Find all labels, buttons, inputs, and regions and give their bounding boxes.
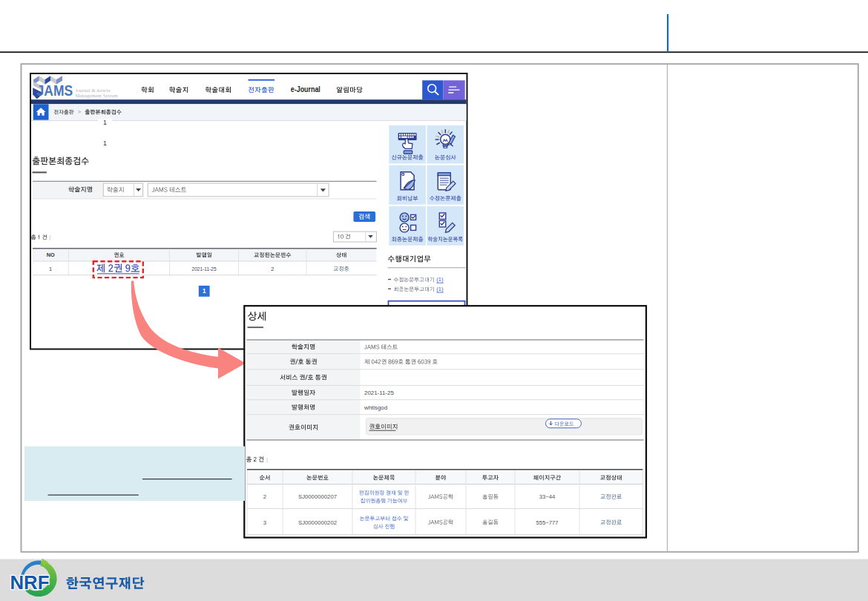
svg-text:1: 1	[103, 139, 107, 147]
svg-text:3: 3	[263, 519, 266, 526]
svg-text:33~44: 33~44	[539, 493, 556, 500]
svg-text:2: 2	[271, 266, 274, 272]
svg-text:Management System: Management System	[76, 93, 119, 98]
svg-text:NRF: NRF	[10, 572, 50, 593]
svg-text:555~777: 555~777	[536, 519, 558, 526]
svg-text:e-Journal: e-Journal	[291, 85, 320, 93]
svg-text:1: 1	[103, 119, 107, 126]
svg-text:(1): (1)	[436, 286, 443, 292]
svg-text:|: |	[266, 456, 268, 463]
svg-text:1: 1	[203, 288, 206, 295]
svg-text:NO: NO	[47, 252, 55, 258]
svg-text:2021-11-25: 2021-11-25	[364, 390, 394, 396]
svg-text:(1): (1)	[436, 276, 443, 283]
svg-text:2021-11-25: 2021-11-25	[192, 266, 217, 272]
svg-text:2: 2	[263, 493, 266, 500]
svg-text:SJ0000000207: SJ0000000207	[298, 493, 337, 500]
svg-text:1: 1	[49, 266, 52, 272]
svg-text:JAMS: JAMS	[37, 82, 73, 99]
svg-text:SJ0000000202: SJ0000000202	[298, 519, 337, 526]
svg-text:|: |	[50, 234, 51, 240]
svg-text:>: >	[78, 109, 81, 114]
svg-text:whtlsgod: whtlsgod	[364, 404, 387, 411]
